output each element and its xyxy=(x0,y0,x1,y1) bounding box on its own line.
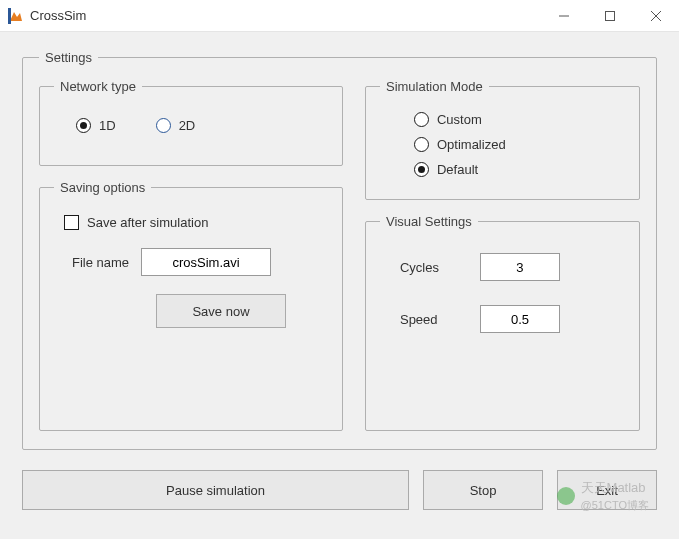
visual-settings-group: Visual Settings Cycles Speed xyxy=(365,214,640,431)
window-title: CrossSim xyxy=(30,8,86,23)
settings-group: Settings Network type 1D 2D xyxy=(22,50,657,450)
visual-settings-legend: Visual Settings xyxy=(380,214,478,229)
save-now-button[interactable]: Save now xyxy=(156,294,286,328)
radio-2d-label: 2D xyxy=(179,118,196,133)
radio-icon xyxy=(76,118,91,133)
exit-label: Exit xyxy=(596,483,618,498)
settings-legend: Settings xyxy=(39,50,98,65)
pause-label: Pause simulation xyxy=(166,483,265,498)
radio-custom[interactable]: Custom xyxy=(414,112,617,127)
radio-custom-label: Custom xyxy=(437,112,482,127)
network-type-legend: Network type xyxy=(54,79,142,94)
cycles-input[interactable] xyxy=(480,253,560,281)
app-icon xyxy=(8,8,24,24)
filename-label: File name xyxy=(72,255,129,270)
radio-default[interactable]: Default xyxy=(414,162,617,177)
stop-label: Stop xyxy=(470,483,497,498)
cycles-label: Cycles xyxy=(400,260,480,275)
filename-input[interactable] xyxy=(141,248,271,276)
saving-options-legend: Saving options xyxy=(54,180,151,195)
radio-icon xyxy=(156,118,171,133)
bottom-button-bar: Pause simulation Stop Exit xyxy=(22,470,657,510)
network-type-group: Network type 1D 2D xyxy=(39,79,343,166)
simulation-mode-legend: Simulation Mode xyxy=(380,79,489,94)
stop-button[interactable]: Stop xyxy=(423,470,543,510)
saving-options-group: Saving options Save after simulation Fil… xyxy=(39,180,343,431)
speed-label: Speed xyxy=(400,312,480,327)
save-after-label: Save after simulation xyxy=(87,215,208,230)
speed-input[interactable] xyxy=(480,305,560,333)
save-after-checkbox[interactable]: Save after simulation xyxy=(64,215,320,230)
svg-rect-3 xyxy=(606,11,615,20)
minimize-button[interactable] xyxy=(541,0,587,31)
svg-rect-1 xyxy=(8,8,11,24)
client-area: Settings Network type 1D 2D xyxy=(0,32,679,539)
exit-button[interactable]: Exit xyxy=(557,470,657,510)
title-bar: CrossSim xyxy=(0,0,679,32)
close-button[interactable] xyxy=(633,0,679,31)
maximize-button[interactable] xyxy=(587,0,633,31)
radio-icon xyxy=(414,162,429,177)
radio-icon xyxy=(414,112,429,127)
radio-optimalized[interactable]: Optimalized xyxy=(414,137,617,152)
pause-simulation-button[interactable]: Pause simulation xyxy=(22,470,409,510)
window-controls xyxy=(541,0,679,31)
radio-1d-label: 1D xyxy=(99,118,116,133)
radio-optimalized-label: Optimalized xyxy=(437,137,506,152)
simulation-mode-group: Simulation Mode Custom Optimalized De xyxy=(365,79,640,200)
radio-icon xyxy=(414,137,429,152)
radio-2d[interactable]: 2D xyxy=(156,118,196,133)
radio-default-label: Default xyxy=(437,162,478,177)
radio-1d[interactable]: 1D xyxy=(76,118,116,133)
checkbox-icon xyxy=(64,215,79,230)
save-now-label: Save now xyxy=(192,304,249,319)
